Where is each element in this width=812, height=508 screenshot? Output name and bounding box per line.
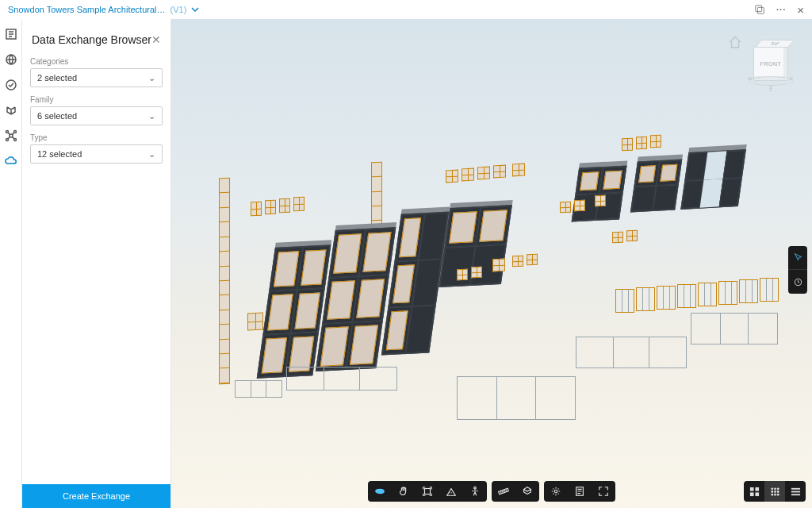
left-rail (0, 19, 22, 508)
filter-type-label: Type (30, 133, 163, 142)
filter-type-select[interactable]: 12 selected ⌄ (30, 144, 163, 164)
window-element (560, 202, 571, 214)
window-element (247, 312, 263, 330)
window-element (446, 170, 458, 183)
curtain-wall-element (615, 289, 634, 313)
viewport-3d[interactable]: TOP FRONT S ⌄ (171, 19, 812, 508)
create-exchange-button[interactable]: Create Exchange (22, 484, 170, 508)
window-element (574, 200, 585, 212)
close-icon[interactable]: × (797, 4, 804, 16)
curtain-wall-element (235, 380, 282, 398)
window-element (265, 200, 276, 215)
rail-approve-icon[interactable] (4, 78, 18, 92)
rail-project-icon[interactable] (4, 27, 18, 41)
window-element (512, 164, 525, 177)
rail-model-compare-icon[interactable] (4, 103, 18, 117)
curtain-wall-element (576, 337, 687, 368)
wall-panel (572, 160, 628, 221)
svg-rect-1 (757, 7, 764, 13)
window-element (493, 165, 506, 179)
curtain-wall-element (677, 284, 696, 308)
filter-family-value: 6 selected (37, 111, 77, 121)
window-element (471, 267, 482, 279)
chevron-down-icon: ⌄ (148, 111, 155, 121)
chevron-down-icon: ⌄ (148, 149, 155, 160)
curtain-wall-element (286, 367, 397, 391)
more-icon[interactable]: ··· (776, 5, 786, 14)
wall-panel (630, 155, 683, 213)
filter-type-value: 12 selected (37, 149, 82, 159)
model-scene (171, 19, 812, 508)
rail-connector-icon[interactable] (4, 129, 18, 143)
window-element (595, 195, 606, 207)
window-element (626, 230, 638, 242)
curtain-wall-element (718, 281, 737, 305)
filter-categories-value: 2 selected (37, 73, 77, 83)
curtain-wall-element (636, 287, 655, 311)
rail-globe-icon[interactable] (4, 52, 18, 67)
mullion-element (219, 178, 230, 385)
svg-rect-0 (756, 6, 762, 12)
curtain-wall-element (691, 313, 778, 344)
filter-categories-label: Categories (30, 57, 163, 66)
wall-panel (680, 144, 746, 210)
curtain-wall-element (657, 286, 676, 310)
window-element (512, 256, 523, 267)
filter-family: Family 6 selected ⌄ (30, 95, 163, 125)
filter-categories: Categories 2 selected ⌄ (30, 57, 163, 87)
curtain-wall-element (739, 279, 758, 303)
window-element (622, 138, 633, 152)
filter-family-label: Family (30, 95, 163, 104)
rail-cloud-icon[interactable] (4, 154, 18, 168)
filter-type: Type 12 selected ⌄ (30, 133, 163, 164)
filter-family-select[interactable]: 6 selected ⌄ (30, 106, 163, 125)
filter-categories-select[interactable]: 2 selected ⌄ (30, 68, 163, 87)
window-element (279, 198, 290, 214)
curtain-wall-element (760, 278, 779, 302)
chevron-down-icon (191, 6, 199, 13)
curtain-wall-element (698, 283, 717, 306)
window-element (293, 197, 304, 212)
curtain-wall-element (457, 376, 576, 420)
window-element (462, 168, 474, 182)
file-name: Snowdon Towers Sample Architectural… (8, 5, 166, 14)
window-element (251, 202, 262, 217)
layers-icon[interactable] (754, 4, 765, 15)
chevron-down-icon: ⌄ (148, 73, 155, 83)
window-element (477, 167, 490, 180)
window-element (457, 269, 468, 281)
file-version: (V1) (170, 5, 187, 14)
window-element (636, 137, 647, 150)
panel-close-icon[interactable]: ✕ (151, 33, 161, 46)
panel-title: Data Exchange Browser (32, 33, 151, 46)
window-element (612, 232, 623, 244)
window-element (527, 254, 538, 266)
data-exchange-panel: Data Exchange Browser ✕ Categories 2 sel… (22, 19, 171, 508)
window-element (492, 259, 505, 272)
file-title[interactable]: Snowdon Towers Sample Architectural… (V1… (8, 5, 199, 14)
window-element (650, 135, 661, 148)
